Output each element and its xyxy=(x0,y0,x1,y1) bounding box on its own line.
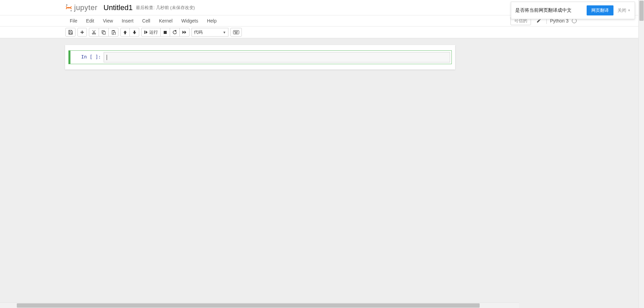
translate-close-button[interactable]: 关闭 ▼ xyxy=(618,7,631,13)
svg-rect-9 xyxy=(144,31,145,34)
menu-cell[interactable]: Cell xyxy=(138,15,155,26)
menu-widgets[interactable]: Widgets xyxy=(177,15,203,26)
move-up-icon[interactable] xyxy=(120,28,130,37)
toolbar: 运行 代码 ▼ xyxy=(0,27,644,38)
vertical-scrollbar[interactable] xyxy=(638,0,644,308)
cell-type-value: 代码 xyxy=(194,29,203,35)
cut-icon[interactable] xyxy=(89,28,99,37)
menu-kernel[interactable]: Kernel xyxy=(155,15,177,26)
text-cursor xyxy=(107,55,107,60)
fast-forward-icon[interactable] xyxy=(180,28,190,37)
translate-prompt-text: 是否将当前网页翻译成中文 xyxy=(515,7,583,13)
svg-rect-7 xyxy=(113,30,114,31)
cell-prompt: In [ ]: xyxy=(72,52,104,62)
run-button[interactable]: 运行 xyxy=(141,28,161,37)
translate-popup: 是否将当前网页翻译成中文 网页翻译 关闭 ▼ xyxy=(511,2,635,19)
chevron-down-icon: ▼ xyxy=(223,31,226,34)
svg-rect-15 xyxy=(237,31,238,32)
menu-insert[interactable]: Insert xyxy=(117,15,138,26)
menu-file[interactable]: File xyxy=(65,15,82,26)
jupyter-icon xyxy=(65,4,72,11)
translate-button[interactable]: 网页翻译 xyxy=(587,5,613,15)
menus: File Edit View Insert Cell Kernel Widget… xyxy=(65,15,221,26)
menu-view[interactable]: View xyxy=(99,15,117,26)
restart-icon[interactable] xyxy=(170,28,180,37)
svg-rect-14 xyxy=(236,31,237,32)
code-cell[interactable]: In [ ]: xyxy=(68,50,452,64)
run-label: 运行 xyxy=(149,29,158,35)
add-cell-icon[interactable] xyxy=(77,28,87,37)
svg-rect-16 xyxy=(235,33,237,33)
notebook-name[interactable]: Untitled1 xyxy=(104,3,133,12)
notebook-container: In [ ]: xyxy=(65,45,455,70)
svg-rect-5 xyxy=(103,32,105,34)
paste-icon[interactable] xyxy=(109,28,118,37)
kernel-idle-icon xyxy=(572,18,577,23)
svg-rect-10 xyxy=(164,31,167,34)
cell-type-select[interactable]: 代码 ▼ xyxy=(192,28,228,37)
svg-point-1 xyxy=(70,10,72,11)
svg-point-0 xyxy=(66,4,67,6)
jupyter-logo-text: jupyter xyxy=(74,3,98,12)
svg-rect-8 xyxy=(113,32,115,35)
vertical-scroll-thumb[interactable] xyxy=(639,1,644,21)
save-icon[interactable] xyxy=(65,28,75,37)
checkpoint-status: 最后检查: 几秒前 (未保存改变) xyxy=(136,5,195,11)
command-palette-icon[interactable] xyxy=(230,28,242,37)
pencil-icon[interactable] xyxy=(534,18,543,23)
menu-help[interactable]: Help xyxy=(203,15,221,26)
svg-rect-12 xyxy=(234,31,235,32)
move-down-icon[interactable] xyxy=(130,28,139,37)
svg-rect-11 xyxy=(233,31,239,34)
stop-icon[interactable] xyxy=(161,28,170,37)
horizontal-scroll-thumb[interactable] xyxy=(17,303,480,308)
chevron-down-icon: ▼ xyxy=(628,9,631,12)
jupyter-logo[interactable]: jupyter xyxy=(65,3,98,12)
svg-rect-13 xyxy=(235,31,236,32)
translate-close-label: 关闭 xyxy=(618,7,626,13)
code-input[interactable] xyxy=(104,52,450,62)
horizontal-scrollbar[interactable] xyxy=(0,302,519,308)
copy-icon[interactable] xyxy=(99,28,109,37)
menu-edit[interactable]: Edit xyxy=(82,15,99,26)
